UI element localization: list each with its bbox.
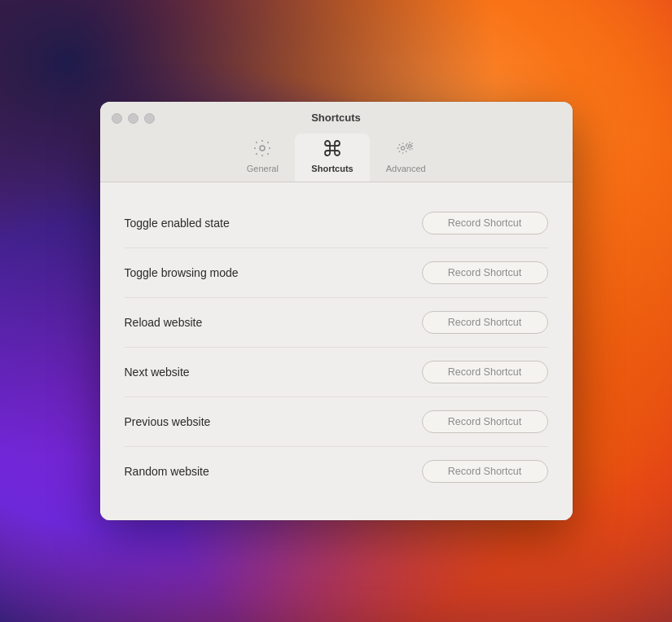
shortcut-label-toggle-browsing: Toggle browsing mode <box>125 266 239 279</box>
content: Toggle enabled state Record Shortcut Tog… <box>100 182 573 520</box>
toolbar: General Shortcuts <box>230 134 441 182</box>
tab-general-label: General <box>247 164 279 173</box>
shortcut-label-previous: Previous website <box>125 415 211 428</box>
tab-advanced[interactable]: Advanced <box>370 134 442 182</box>
shortcut-row-random: Random website Record Shortcut <box>125 447 548 496</box>
record-shortcut-reload[interactable]: Record Shortcut <box>422 311 548 334</box>
maximize-button[interactable] <box>144 113 155 124</box>
window-title: Shortcuts <box>311 112 361 124</box>
command-icon <box>323 138 342 161</box>
record-shortcut-toggle-browsing[interactable]: Record Shortcut <box>422 261 548 284</box>
window: Shortcuts General <box>100 102 573 520</box>
svg-point-0 <box>260 146 265 151</box>
svg-point-2 <box>402 147 405 150</box>
tab-advanced-label: Advanced <box>386 164 426 173</box>
record-shortcut-previous[interactable]: Record Shortcut <box>422 410 548 433</box>
shortcut-label-next: Next website <box>125 366 190 379</box>
close-button[interactable] <box>112 113 122 124</box>
gear-advanced-icon <box>396 138 415 161</box>
minimize-button[interactable] <box>128 113 138 124</box>
shortcut-row-previous: Previous website Record Shortcut <box>125 397 548 447</box>
shortcut-label-reload: Reload website <box>125 316 203 329</box>
shortcut-label-toggle-enabled: Toggle enabled state <box>125 217 230 230</box>
svg-point-3 <box>409 145 411 147</box>
record-shortcut-next[interactable]: Record Shortcut <box>422 361 548 383</box>
tab-shortcuts[interactable]: Shortcuts <box>295 134 369 182</box>
shortcut-row-toggle-browsing: Toggle browsing mode Record Shortcut <box>125 248 548 298</box>
record-shortcut-random[interactable]: Record Shortcut <box>422 460 548 483</box>
shortcut-row-next: Next website Record Shortcut <box>125 348 548 397</box>
tab-shortcuts-label: Shortcuts <box>311 164 353 173</box>
traffic-lights <box>112 113 155 124</box>
shortcut-row-reload: Reload website Record Shortcut <box>125 298 548 348</box>
svg-rect-1 <box>330 146 335 151</box>
titlebar: Shortcuts General <box>100 102 573 182</box>
record-shortcut-toggle-enabled[interactable]: Record Shortcut <box>422 212 548 234</box>
shortcut-label-random: Random website <box>125 465 209 478</box>
tab-general[interactable]: General <box>230 134 295 182</box>
shortcut-row-toggle-enabled: Toggle enabled state Record Shortcut <box>125 199 548 248</box>
gear-icon <box>253 138 272 161</box>
